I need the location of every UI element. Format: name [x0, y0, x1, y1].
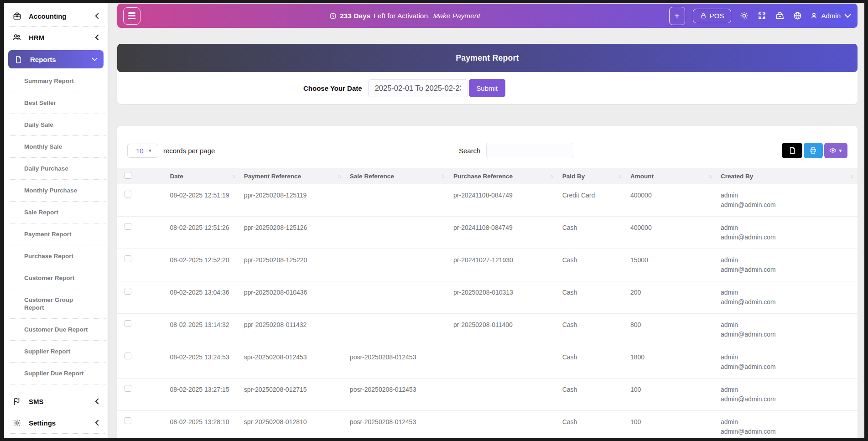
file-icon: [789, 147, 796, 154]
column-header-created-by[interactable]: Created By: [721, 173, 753, 180]
fullscreen-icon[interactable]: [757, 11, 767, 21]
sidebar-item-monthly-sale[interactable]: Monthly Sale: [6, 136, 106, 158]
sort-icon[interactable]: ↑↓: [550, 173, 553, 179]
page-size-value: 10: [136, 147, 144, 155]
sidebar-item-accounting[interactable]: Accounting: [4, 5, 108, 26]
page-size-select[interactable]: 10 ▼: [127, 144, 158, 158]
cell-amount: 400000: [626, 217, 716, 249]
cell-created-by: adminadmin@admin.com: [716, 249, 858, 281]
column-header-amount[interactable]: Amount: [630, 173, 654, 180]
sidebar-item-label: Monthly Sale: [24, 143, 93, 150]
sidebar-item-daily-sale[interactable]: Daily Sale: [6, 114, 106, 136]
sidebar: Accounting HRM Reports Summary ReportBes…: [4, 3, 108, 438]
sidebar-item-summary-report[interactable]: Summary Report: [6, 70, 106, 92]
cell-payment-reference: spr-20250208-012453: [239, 346, 345, 379]
sidebar-item-daily-purchase[interactable]: Daily Purchase: [6, 158, 106, 180]
chevron-left-icon: [95, 35, 100, 40]
make-payment-link[interactable]: Make Payment: [433, 12, 480, 20]
cell-created-by: adminadmin@admin.com: [716, 217, 858, 249]
sidebar-item-sms[interactable]: SMS: [4, 391, 108, 412]
admin-menu[interactable]: Admin: [810, 12, 852, 20]
column-header-payment-reference[interactable]: Payment Reference: [244, 173, 301, 180]
print-button[interactable]: [804, 143, 823, 158]
created-by-name: admin: [721, 223, 853, 233]
sort-icon[interactable]: ↑↓: [618, 173, 621, 179]
cell-created-by: adminadmin@admin.com: [716, 184, 858, 217]
sidebar-item-monthly-purchase[interactable]: Monthly Purchase: [6, 180, 106, 202]
created-by-email: admin@admin.com: [721, 297, 853, 307]
column-header-paid-by[interactable]: Paid By: [562, 173, 585, 180]
select-all-checkbox[interactable]: [125, 172, 131, 179]
hamburger-menu-button[interactable]: [123, 7, 140, 25]
cell-sale-reference: [345, 217, 449, 249]
cell-amount: 1800: [626, 346, 716, 379]
cell-date: 08-02-2025 12:51:19: [165, 184, 239, 217]
row-checkbox[interactable]: [125, 417, 131, 424]
cell-date: 08-02-2025 13:04:36: [165, 281, 239, 314]
reports-submenu: Summary ReportBest SellerDaily SaleMonth…: [4, 70, 108, 384]
page-size-control: 10 ▼ records per page: [127, 144, 215, 158]
activation-text: Left for Activation.: [374, 12, 430, 20]
cell-paid-by: Cash: [558, 249, 626, 281]
cell-purchase-reference: [449, 379, 558, 411]
cell-created-by: adminadmin@admin.com: [716, 411, 858, 439]
sidebar-item-settings[interactable]: Settings: [4, 412, 108, 433]
cell-amount: 100: [626, 379, 716, 411]
sidebar-item-supplier-report[interactable]: Supplier Report: [6, 341, 106, 363]
table-row: 08-02-2025 12:51:26ppr-20250208-125126pr…: [117, 217, 858, 249]
sidebar-item-reports[interactable]: Reports: [8, 50, 104, 68]
cell-payment-reference: spr-20250208-012810: [239, 411, 345, 439]
sidebar-item-customer-due-report[interactable]: Customer Due Report: [6, 319, 106, 341]
search-label: Search: [459, 147, 481, 155]
sidebar-item-customer-report[interactable]: Customer Report: [6, 267, 106, 289]
sort-icon[interactable]: ↑↓: [232, 173, 235, 179]
pos-label: POS: [710, 12, 724, 20]
cell-sale-reference: posr-20250208-012453: [345, 346, 449, 379]
column-visibility-button[interactable]: ▼: [824, 143, 847, 158]
cell-date: 08-02-2025 12:52:20: [165, 249, 239, 281]
cell-purchase-reference: [449, 411, 558, 439]
row-checkbox[interactable]: [125, 385, 131, 392]
table-row: 08-02-2025 13:28:10spr-20250208-012810po…: [117, 411, 858, 439]
sidebar-item-supplier-due-report[interactable]: Supplier Due Report: [6, 363, 106, 384]
sidebar-item-hrm[interactable]: HRM: [4, 27, 108, 48]
pos-button[interactable]: POS: [693, 9, 732, 23]
add-button[interactable]: +: [669, 7, 685, 25]
cash-register-icon[interactable]: [774, 11, 785, 21]
created-by-email: admin@admin.com: [721, 394, 853, 404]
cell-paid-by: Cash: [558, 281, 626, 314]
table-row: 08-02-2025 12:51:19ppr-20250208-125119pr…: [117, 184, 858, 217]
top-navbar: 233 Days Left for Activation. Make Payme…: [117, 4, 858, 28]
chevron-down-icon: ▼: [838, 148, 843, 153]
row-checkbox[interactable]: [125, 353, 131, 359]
column-header-sale-reference[interactable]: Sale Reference: [350, 173, 394, 180]
cell-paid-by: Cash: [558, 217, 626, 249]
sidebar-item-purchase-report[interactable]: Purchase Report: [6, 245, 106, 267]
row-checkbox[interactable]: [125, 320, 131, 327]
sort-icon[interactable]: ↑↓: [441, 173, 444, 179]
theme-sun-icon[interactable]: [739, 11, 749, 21]
sidebar-item-payment-report[interactable]: Payment Report: [6, 223, 106, 245]
table-controls: 10 ▼ records per page Search: [117, 126, 858, 168]
export-file-button[interactable]: [782, 143, 802, 158]
submit-button[interactable]: Submit: [469, 79, 505, 97]
sidebar-item-best-seller[interactable]: Best Seller: [6, 92, 106, 114]
globe-icon[interactable]: [792, 11, 802, 21]
cell-purchase-reference: [449, 346, 558, 379]
sort-icon[interactable]: ↑↓: [338, 173, 341, 179]
sort-icon[interactable]: ↑↓: [850, 173, 853, 179]
search-input[interactable]: [486, 143, 574, 158]
row-checkbox[interactable]: [125, 255, 131, 262]
cell-paid-by: Cash: [558, 411, 626, 439]
sidebar-item-sale-report[interactable]: Sale Report: [6, 202, 106, 223]
chevron-left-icon: [95, 13, 100, 19]
column-header-date[interactable]: Date: [170, 173, 183, 180]
row-checkbox[interactable]: [125, 288, 131, 295]
date-range-input[interactable]: [368, 79, 468, 97]
sidebar-item-label: Reports: [30, 56, 85, 63]
row-checkbox[interactable]: [125, 223, 131, 230]
column-header-purchase-reference[interactable]: Purchase Reference: [453, 173, 513, 180]
row-checkbox[interactable]: [125, 191, 131, 197]
sort-icon[interactable]: ↑↓: [708, 173, 712, 179]
sidebar-item-customer-group-report[interactable]: Customer Group Report: [6, 289, 106, 319]
